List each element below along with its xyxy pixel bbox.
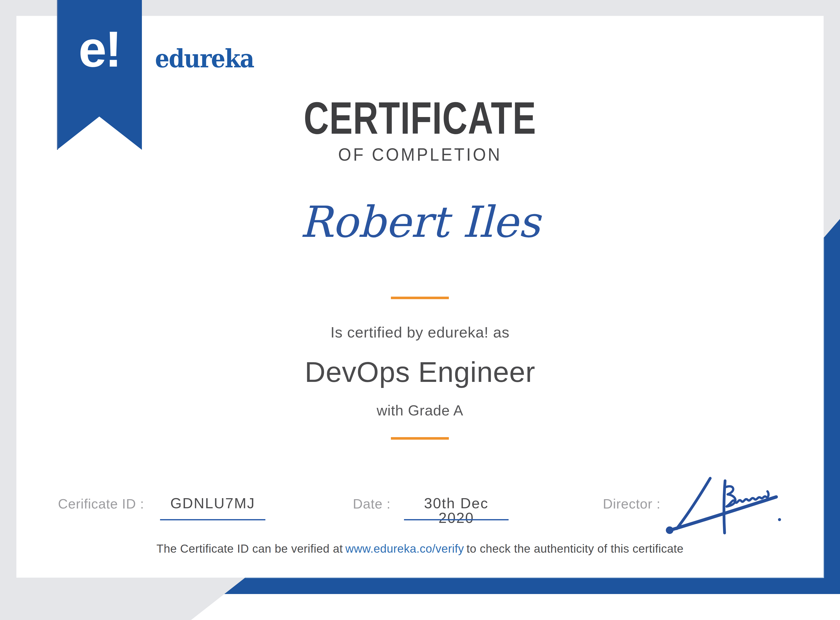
orange-divider-bottom [391,437,449,439]
brand-wordmark: edureka [155,46,254,71]
verify-link[interactable]: www.edureka.co/verify [345,542,464,555]
certificate-title: CERTIFICATE [96,95,743,141]
grade-line: with Grade A [0,403,840,418]
date-value: 30th Dec 2020 [404,496,508,525]
certificate-canvas: e! edureka CERTIFICATE OF COMPLETION Rob… [0,0,840,620]
date-label: Date : [353,497,391,510]
certificate-id-label: Cerificate ID : [58,497,144,510]
director-signature [662,474,785,538]
orange-divider-top [391,296,449,299]
director-label: Director : [603,497,660,510]
certificate-id-underline [160,519,266,521]
verification-text-before: The Certificate ID can be verified at [156,542,343,555]
certificate-subtitle: OF COMPLETION [21,146,819,164]
recipient-name: Robert Iles [0,200,840,244]
verification-line: The Certificate ID can be verified atwww… [0,543,840,554]
certified-by-line: Is certified by edureka! as [0,325,840,340]
date-underline [404,519,508,521]
certificate-id-value: GDNLU7MJ [160,496,266,510]
brand-logo: e! [57,24,142,74]
bottom-white-strip [191,594,840,620]
verification-text-after: to check the authenticity of this certif… [466,542,684,555]
course-title: DevOps Engineer [0,358,840,387]
